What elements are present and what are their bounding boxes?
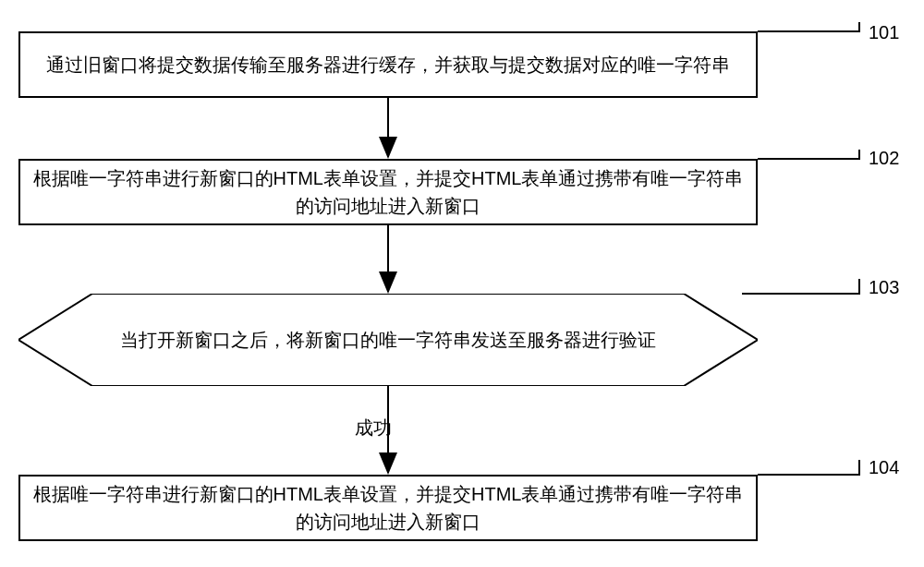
label-104: 104 [869,457,899,478]
step-1-text: 通过旧窗口将提交数据传输至服务器进行缓存，并获取与提交数据对应的唯一字符串 [46,51,730,78]
step-3-text: 当打开新窗口之后，将新窗口的唯一字符串发送至服务器进行验证 [120,330,656,350]
label-103: 103 [869,277,899,298]
step-4-box: 根据唯一字符串进行新窗口的HTML表单设置，并提交HTML表单通过携带有唯一字符… [18,475,758,541]
step-4-text: 根据唯一字符串进行新窗口的HTML表单设置，并提交HTML表单通过携带有唯一字符… [31,480,745,536]
step-2-box: 根据唯一字符串进行新窗口的HTML表单设置，并提交HTML表单通过携带有唯一字符… [18,159,758,225]
label-102: 102 [869,148,899,169]
step-3-decision: 当打开新窗口之后，将新窗口的唯一字符串发送至服务器进行验证 [18,294,758,386]
label-101: 101 [869,22,899,43]
step-2-text: 根据唯一字符串进行新窗口的HTML表单设置，并提交HTML表单通过携带有唯一字符… [31,164,745,220]
arrow-label-success: 成功 [351,416,395,440]
step-1-box: 通过旧窗口将提交数据传输至服务器进行缓存，并获取与提交数据对应的唯一字符串 [18,31,758,98]
